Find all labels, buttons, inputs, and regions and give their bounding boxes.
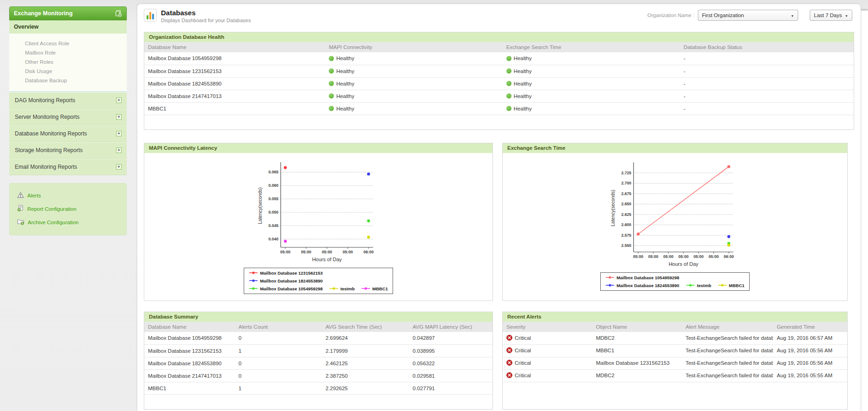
organization-select[interactable]: First Organization [698, 10, 798, 21]
avg-search-time-cell: 2.699624 [322, 332, 409, 344]
section-label: Email Monitoring Reports [15, 164, 77, 170]
sidebar-item-database-backup[interactable]: Database Backup [9, 76, 127, 85]
page-title: Databases [161, 9, 251, 17]
plot-area: 2.5502.5752.6002.6252.6502.6752.7002.725… [609, 159, 741, 269]
svg-text:05:00: 05:00 [280, 250, 290, 254]
database-name-cell: MBBC1 [144, 382, 235, 394]
report-sections: DAG Monitoring ReportsServer Monitoring … [9, 92, 127, 175]
svg-text:Latency(seconds): Latency(seconds) [258, 188, 263, 224]
legend-row: Mailbox Database 1054959298testmbMBBC1 [249, 285, 388, 293]
database-summary-table: Database NameAlerts CountAVG Search Time… [144, 322, 492, 395]
sidebar-item-other-roles[interactable]: Other Roles [9, 57, 127, 67]
sidebar-item-disk-usage[interactable]: Disk Usage [9, 67, 127, 76]
section-label: DAG Monitoring Reports [15, 97, 75, 104]
healthy-status-icon [329, 68, 334, 74]
table-row: Mailbox Database 214741701302.3872500.02… [144, 369, 492, 382]
legend-label: MBBC1 [372, 286, 388, 291]
date-range-select[interactable]: Last 7 Days [810, 10, 852, 21]
sidebar-item-label: Disk Usage [25, 68, 52, 74]
expand-plus-icon[interactable] [116, 164, 122, 170]
expand-plus-icon[interactable] [116, 98, 122, 103]
column-header-mapi-connectivity: MAPI Connectivity [325, 42, 503, 52]
legend-item-mailbox-database-1054959298: Mailbox Database 1054959298 [605, 275, 679, 280]
recent-alerts-panel: Recent Alerts SeverityObject NameAlert M… [502, 312, 848, 410]
sidebar-section-email-monitoring-reports[interactable]: Email Monitoring Reports [9, 159, 127, 175]
healthy-status-icon [506, 68, 511, 74]
alert-message-cell: Test-ExchangeSearch failed for database … [682, 357, 773, 369]
sidebar-section-storage-monitoring-reports[interactable]: Storage Monitoring Reports [9, 142, 127, 159]
status-label: Healthy [336, 81, 354, 86]
avg-mapi-latency-cell: 0.042897 [409, 332, 492, 344]
alerts-count-cell: 0 [235, 332, 322, 344]
legend-row: Mailbox Database 1231562153 [249, 269, 388, 277]
healthy-status-icon [506, 106, 511, 111]
object-name-cell: MDBC2 [592, 332, 682, 344]
report-config-icon [17, 205, 24, 213]
legend-label: testmb [340, 286, 355, 291]
bottom-row: Database Summary Database NameAlerts Cou… [144, 312, 854, 410]
section-label: Storage Monitoring Reports [15, 147, 83, 153]
status-label: Healthy [336, 55, 354, 61]
expand-plus-icon[interactable] [116, 147, 122, 153]
date-range-select-value: Last 7 Days [814, 12, 842, 18]
legend-label: Mailbox Database 1054959298 [616, 275, 679, 280]
mapi-status-cell: Healthy [325, 90, 503, 102]
database-name-cell: Mailbox Database 1054959298 [144, 332, 235, 344]
org-database-health-title: Organization Database Health [144, 32, 854, 42]
column-header-alerts-count: Alerts Count [235, 322, 322, 332]
sidebar-section-database-monitoring-reports[interactable]: Database Monitoring Reports [9, 125, 127, 142]
svg-text:2.725: 2.725 [621, 171, 631, 175]
table-row: Mailbox Database 1054959298HealthyHealth… [144, 52, 854, 65]
backup-status-cell: - [680, 52, 854, 65]
column-header-database-backup-status: Database Backup Status [680, 42, 854, 52]
sidebar-item-report-configuration[interactable]: Report Configuration [10, 202, 126, 215]
search-status-cell: Healthy [503, 65, 680, 77]
legend-marker-icon [361, 286, 370, 291]
database-summary-title: Database Summary [144, 312, 492, 322]
header-controls: Organization Name : First Organization L… [647, 10, 852, 21]
mapi-latency-panel: MAPI Connectivity Latency 0.0400.0450.05… [144, 143, 493, 301]
column-header-database-name: Database Name [144, 42, 325, 52]
legend-label: MBBC1 [729, 283, 745, 288]
expand-plus-icon[interactable] [116, 131, 122, 136]
legend-row: Mailbox Database 1054959298 [605, 274, 745, 282]
sidebar-item-mailbox-role[interactable]: Mailbox Role [9, 48, 127, 57]
severity-label: Critical [515, 373, 531, 379]
backup-status-cell: - [680, 65, 854, 77]
table-row: Mailbox Database 2147417013HealthyHealth… [144, 90, 854, 102]
svg-text:2.700: 2.700 [621, 181, 631, 185]
table-row: Mailbox Database 123156215312.1799990.03… [144, 344, 492, 357]
database-name-cell: Mailbox Database 2147417013 [144, 369, 235, 382]
add-monitor-icon[interactable] [115, 10, 122, 17]
severity-label: Critical [515, 361, 531, 366]
overview-section-header[interactable]: Overview [9, 20, 127, 34]
object-name-cell: Mailbox Database 1231562153 [592, 357, 682, 369]
backup-status-cell: - [680, 77, 854, 90]
healthy-status-icon [329, 106, 334, 111]
legend-item-mbbc1: MBBC1 [361, 286, 388, 291]
sidebar-section-server-monitoring-reports[interactable]: Server Monitoring Reports [9, 109, 127, 125]
section-label: Database Monitoring Reports [15, 130, 87, 137]
svg-text:06:00: 06:00 [724, 254, 734, 259]
object-name-cell: MBBC1 [592, 344, 682, 357]
database-name-cell: Mailbox Database 1824553890 [144, 357, 235, 369]
critical-icon [506, 360, 512, 367]
legend-marker-icon [605, 283, 615, 288]
sidebar-section-dag-monitoring-reports[interactable]: DAG Monitoring Reports [9, 92, 127, 109]
legend-marker-icon [686, 283, 695, 288]
table-row: Mailbox Database 1824553890HealthyHealth… [144, 77, 854, 90]
alerts-count-cell: 0 [235, 357, 322, 369]
sidebar-item-alerts[interactable]: Alerts [10, 189, 126, 202]
search-status-cell: Healthy [503, 102, 680, 115]
column-header-severity: Severity [503, 322, 592, 332]
svg-text:05:00: 05:00 [343, 250, 353, 254]
healthy-status-icon [329, 93, 334, 98]
sidebar-title: Exchange Monitoring [14, 10, 73, 17]
avg-search-time-cell: 2.387250 [322, 369, 409, 382]
sidebar-item-archive-configuration[interactable]: Archive Configuration [10, 215, 126, 229]
expand-plus-icon[interactable] [116, 114, 122, 120]
table-row: CriticalMBBC1Test-ExchangeSearch failed … [503, 344, 847, 357]
sidebar: Exchange Monitoring Overview Organizatio… [9, 6, 127, 235]
generated-time-cell: Aug 19, 2016 05:56 AM [773, 357, 847, 369]
sidebar-item-client-access-role[interactable]: Client Access Role [9, 39, 127, 48]
